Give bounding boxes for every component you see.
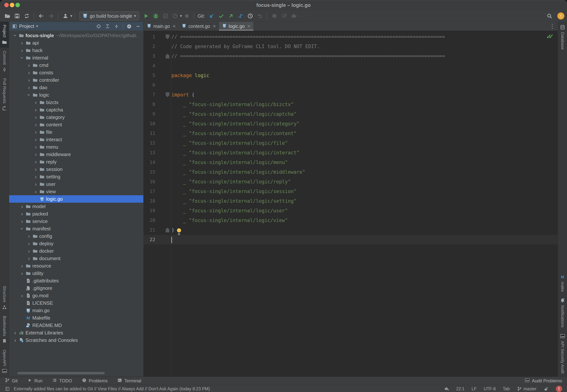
tree-item-manifest[interactable]: ›manifest (9, 225, 143, 232)
chevron-icon[interactable]: › (18, 203, 26, 210)
chevron-icon[interactable]: › (32, 121, 39, 128)
git-update-icon[interactable] (208, 13, 215, 19)
line-number[interactable]: 9 (144, 109, 155, 119)
tab-options-icon[interactable]: ⋮ (547, 22, 558, 31)
code-line-10[interactable]: 10 _ "focus-single/internal/logic/catego… (144, 119, 558, 128)
tool-window-button-terminal[interactable]: Terminal (117, 378, 141, 384)
tree-item-logic-go[interactable]: logic.go (9, 195, 143, 203)
tree-item-makefile[interactable]: MMakefile (9, 314, 143, 322)
tree-item-docker[interactable]: ›docker (9, 247, 143, 255)
tool-window-button-database[interactable]: Database (558, 22, 567, 53)
tool-window-button-project[interactable]: Project (0, 22, 9, 48)
tree-item-external-libraries[interactable]: ›External Libraries (9, 329, 143, 336)
chevron-icon[interactable]: › (18, 225, 26, 232)
coverage-button[interactable] (162, 13, 169, 19)
tree-item-content[interactable]: ›content (9, 121, 143, 128)
chevron-icon[interactable]: › (32, 99, 39, 106)
forward-icon[interactable] (47, 13, 55, 19)
tree-item-api[interactable]: ›api (9, 39, 143, 47)
line-number[interactable]: 1 (144, 32, 155, 42)
chevron-icon[interactable]: › (32, 173, 39, 180)
code-line-16[interactable]: 16 _ "focus-single/internal/logic/reply" (144, 177, 558, 186)
stop-button[interactable] (183, 13, 190, 19)
caret-position[interactable]: 22:1 (456, 386, 465, 392)
close-icon[interactable]: × (247, 23, 251, 29)
unlock-icon[interactable] (544, 386, 549, 392)
tool-window-button-bookmarks[interactable]: Bookmarks (0, 313, 9, 347)
search-document-icon[interactable] (280, 13, 288, 19)
code-line-2[interactable]: 2// Code generated by GoFrame CLI tool. … (144, 42, 558, 51)
git-commit-icon[interactable] (218, 13, 225, 19)
line-number[interactable]: 5 (144, 70, 155, 80)
chevron-icon[interactable]: › (32, 166, 39, 173)
tree-item-file[interactable]: ›file (9, 128, 143, 136)
tree-item-captcha[interactable]: ›captcha (9, 106, 143, 113)
expand-all-icon[interactable] (105, 23, 110, 29)
chevron-icon[interactable]: › (12, 32, 19, 39)
code-line-14[interactable]: 14 _ "focus-single/internal/logic/menu" (144, 157, 558, 167)
tree-item-view[interactable]: ›view (9, 188, 143, 195)
tree-item-session[interactable]: ›session (9, 166, 143, 173)
rollback-icon[interactable] (256, 13, 263, 19)
run-configuration-select[interactable]: go build focus-single ▾ (79, 12, 139, 20)
code-line-12[interactable]: 12 _ "focus-single/internal/logic/file" (144, 138, 558, 148)
tool-window-button-pull-requests[interactable]: Pull Requests (0, 75, 9, 114)
fold-marker-icon[interactable] (166, 92, 169, 97)
code-line-1[interactable]: 1// ====================================… (144, 32, 558, 42)
code-line-21[interactable]: 21) (144, 225, 558, 235)
tree-item-gitattributes[interactable]: .gitattributes (9, 277, 143, 284)
line-number[interactable]: 14 (144, 157, 155, 167)
tree-item-internal[interactable]: ›internal (9, 54, 143, 61)
chevron-icon[interactable]: › (32, 158, 39, 166)
tree-item-reply[interactable]: ›reply (9, 158, 143, 166)
tree-item-hack[interactable]: ›hack (9, 47, 143, 54)
line-number[interactable]: 3 (144, 51, 155, 61)
layout-toggle-icon[interactable] (5, 386, 10, 392)
tree-item-license[interactable]: LICENSE (9, 299, 143, 307)
tree-item-consts[interactable]: ›consts (9, 69, 143, 76)
code-line-22[interactable]: 22 (144, 235, 558, 244)
tree-item-config[interactable]: ›config (9, 232, 143, 240)
chevron-icon[interactable]: › (18, 270, 26, 277)
fold-marker-icon[interactable] (166, 34, 169, 39)
code-line-3[interactable]: 3// ====================================… (144, 51, 558, 61)
chevron-icon[interactable]: › (18, 54, 26, 61)
tool-window-button-git[interactable]: Git (5, 378, 18, 384)
update-available-icon[interactable]: ↑ (557, 13, 564, 19)
tree-item-cmd[interactable]: ›cmd (9, 61, 143, 69)
line-number[interactable]: 7 (144, 90, 155, 99)
chevron-icon[interactable]: › (32, 180, 39, 188)
line-number[interactable]: 20 (144, 215, 155, 225)
run-button[interactable] (143, 13, 150, 19)
code-line-9[interactable]: 9 _ "focus-single/internal/logic/captcha… (144, 109, 558, 119)
chevron-icon[interactable]: › (25, 232, 32, 240)
tree-item-service[interactable]: ›service (9, 218, 143, 225)
line-number[interactable]: 4 (144, 61, 155, 70)
back-icon[interactable] (38, 13, 45, 19)
line-number[interactable]: 8 (144, 99, 155, 109)
tool-window-button-problems[interactable]: Problems (82, 378, 108, 384)
line-number[interactable]: 16 (144, 177, 155, 186)
code-line-8[interactable]: 8 _ "focus-single/internal/logic/bizctx" (144, 99, 558, 109)
tab-content-go[interactable]: content.go× (179, 22, 219, 31)
code-line-18[interactable]: 18 _ "focus-single/internal/logic/settin… (144, 196, 558, 206)
user-icon[interactable] (62, 13, 69, 19)
tool-window-button-run[interactable]: Run (27, 378, 43, 384)
sync-icon[interactable] (23, 13, 30, 19)
tool-window-button-api-security-audit[interactable]: /APIAPI Security Audit (558, 331, 567, 377)
chevron-icon[interactable]: › (18, 39, 26, 47)
tree-item-scratches-and-consoles[interactable]: ›Scratches and Consoles (9, 336, 143, 344)
chevron-icon[interactable]: › (18, 47, 26, 54)
indent-style[interactable]: Tab (503, 386, 510, 392)
code-line-6[interactable]: 6 (144, 80, 558, 90)
chevron-icon[interactable]: › (25, 247, 32, 255)
file-encoding[interactable]: UTF-8 (483, 386, 496, 392)
tree-item-setting[interactable]: ›setting (9, 173, 143, 180)
hide-panel-icon[interactable] (135, 23, 141, 29)
inspections-ok-icon[interactable]: ✓✓ (546, 33, 551, 40)
line-number[interactable]: 10 (144, 119, 155, 128)
line-number[interactable]: 12 (144, 138, 155, 148)
line-separator[interactable]: LF (472, 386, 477, 392)
tree-item-deploy[interactable]: ›deploy (9, 240, 143, 247)
profiler-dropdown-caret-icon[interactable]: ▾ (180, 14, 182, 18)
